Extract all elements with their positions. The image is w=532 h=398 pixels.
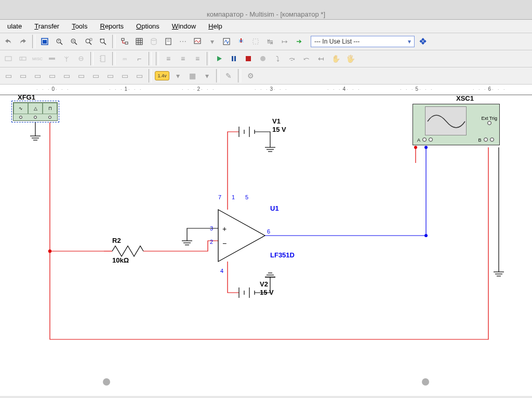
ch-b-minus[interactable] [490,138,494,142]
svg-point-20 [151,38,156,40]
slider2-icon[interactable]: ≡ [177,52,189,65]
dropdown-icon[interactable]: ▾ [206,35,218,48]
zoom-fit-icon[interactable] [97,35,109,48]
triangle-wave-icon: △ [28,103,43,114]
place-ic-icon[interactable] [97,52,109,65]
dot-icon [422,378,429,386]
v2-name: V2 [260,280,268,288]
pause-icon[interactable] [228,52,240,65]
grapher-icon[interactable] [191,35,204,48]
postproc-icon[interactable] [220,35,233,48]
toolbar-components: MISC ⎓ ⌐ ≡ ≡ ≡ ⤵ ⤼ ⤺ ↤ ✋ 🖐 [0,50,532,67]
menu-reports[interactable]: Reports [95,20,129,32]
sheet-icon[interactable] [162,35,175,48]
place-diode-icon[interactable] [75,52,87,65]
step-over-icon[interactable]: ⤼ [286,52,298,65]
svg-rect-27 [5,57,11,61]
measure-icon[interactable]: ⚙ [244,70,257,82]
zoom-out-icon[interactable] [68,35,80,48]
junction-icon[interactable]: ⌐ [133,52,145,65]
svg-text:5: 5 [245,194,248,200]
slider3-icon[interactable]: ≡ [191,52,204,65]
step-out-icon[interactable]: ⤺ [300,52,313,65]
hand2-icon[interactable]: 🖐 [344,52,356,65]
slide-indicator [0,378,532,386]
ruler-mark: 0 [36,86,70,92]
hand-icon[interactable]: ✋ [329,52,342,65]
back-annotate-icon[interactable]: ↹ [264,35,276,48]
place-rf-icon[interactable] [46,52,58,65]
stop-icon[interactable] [242,52,255,65]
slider1-icon[interactable]: ≡ [162,52,175,65]
help-icon[interactable]: ❖ [417,35,429,48]
run-icon[interactable] [213,52,225,65]
inst10-icon[interactable]: ▭ [133,70,145,82]
bus-icon[interactable]: ⎓ [118,52,131,65]
place-misc-icon[interactable]: MISC [31,52,44,65]
menu-tools[interactable]: Tools [66,20,92,32]
inst2-icon[interactable]: ▭ [17,70,29,82]
forward-annotate-icon[interactable]: ↦ [278,35,291,48]
inst9-icon[interactable]: ▭ [118,70,131,82]
ruler-mark: 6 [473,86,507,92]
v2-value: 15 V [260,289,274,296]
inst4-icon[interactable]: ▭ [46,70,58,82]
ext-trig-terminal[interactable] [487,121,491,125]
erc-icon[interactable] [235,35,247,48]
svg-point-74 [424,146,428,149]
svg-rect-10 [90,38,92,40]
inst8-icon[interactable]: ▭ [104,70,116,82]
step-back-icon[interactable]: ↤ [315,52,327,65]
place-basic-icon[interactable] [17,52,29,65]
svg-rect-1 [43,40,47,44]
redo-icon[interactable] [17,35,29,48]
menu-options[interactable]: Options [131,20,165,32]
inst-dd2-icon[interactable]: ▾ [201,70,213,82]
menu-simulate[interactable]: ulate [2,20,27,32]
svg-point-75 [414,146,417,149]
svg-rect-26 [253,39,258,44]
inst5-icon[interactable]: ▭ [60,70,73,82]
schematic-canvas[interactable]: XFG1 ∿ △ ⊓ XSC1 Ext Trig A B [0,95,532,396]
inst6-icon[interactable]: ▭ [75,70,87,82]
v1-name: V1 [272,117,281,125]
hierarchy-icon[interactable] [118,35,131,48]
inst3-icon[interactable]: ▭ [31,70,44,82]
ch-b-plus[interactable] [484,138,488,142]
voltage-badge[interactable]: 1.4v [155,71,169,80]
place-antenna-icon[interactable] [60,52,73,65]
place-source-icon[interactable] [2,52,15,65]
oscilloscope[interactable]: Ext Trig A B [413,104,500,145]
menu-transfer[interactable]: Transfer [29,20,64,32]
spreadsheet-icon[interactable] [133,35,145,48]
xsc-label: XSC1 [456,94,474,102]
database-icon[interactable] [148,35,160,48]
ch-a-label: A [417,138,420,143]
u1-part: LF351D [270,251,295,259]
ch-a-plus[interactable] [422,138,427,142]
zoom-area-icon[interactable] [82,35,95,48]
step-into-icon[interactable]: ⤵ [271,52,284,65]
full-screen-icon[interactable] [38,35,51,48]
transfer-icon[interactable] [293,35,305,48]
svg-rect-13 [122,38,124,40]
svg-text:+: + [58,39,60,43]
xfg-label: XFG1 [18,93,35,101]
zoom-in-icon[interactable]: + [53,35,65,48]
tool-a-icon[interactable]: ⋯ [177,35,189,48]
menu-window[interactable]: Window [167,20,201,32]
undo-icon[interactable] [2,35,15,48]
probe-icon[interactable]: ✎ [222,70,235,82]
inst11-icon[interactable]: ▦ [186,70,198,82]
svg-point-11 [100,39,104,43]
record-icon[interactable] [257,52,269,65]
select-rect-icon[interactable] [249,35,262,48]
in-use-list-dropdown[interactable]: --- In Use List --- ▾ [311,36,415,47]
svg-rect-15 [136,38,142,45]
inst7-icon[interactable]: ▭ [89,70,102,82]
menu-help[interactable]: Help [203,20,228,32]
inst1-icon[interactable]: ▭ [2,70,15,82]
ch-a-minus[interactable] [429,138,433,142]
function-generator[interactable]: ∿ △ ⊓ [11,101,59,122]
inst-dd-icon[interactable]: ▾ [171,70,184,82]
